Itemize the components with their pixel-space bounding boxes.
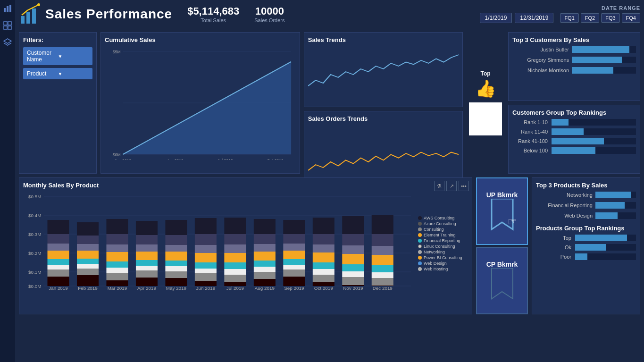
top3-customer-row-0: Justin Butler <box>512 46 636 53</box>
export-icon-btn[interactable]: ↗ <box>446 181 457 191</box>
svg-rect-113 <box>283 277 305 286</box>
svg-rect-125 <box>342 234 364 245</box>
svg-marker-7 <box>4 39 11 43</box>
legend-webdesign: Web Design <box>418 261 466 266</box>
svg-rect-112 <box>283 269 305 277</box>
top3-product-name-2: Web Design <box>536 213 593 219</box>
top-row: Filters: Customer Name ▼ Product ▼ Cumul… <box>19 32 640 174</box>
rank-bar-container-0 <box>552 119 636 126</box>
svg-rect-50 <box>77 275 99 286</box>
svg-rect-80 <box>195 234 217 245</box>
up-bkmrk-icon-area: ☞ <box>489 199 515 232</box>
svg-rect-130 <box>342 277 364 285</box>
rank-label-3: Below 100 <box>512 148 548 153</box>
svg-rect-52 <box>106 219 128 234</box>
svg-rect-110 <box>283 259 305 265</box>
svg-text:Jan 2019: Jan 2019 <box>115 158 132 160</box>
svg-rect-84 <box>195 269 217 273</box>
svg-rect-47 <box>77 259 99 264</box>
svg-rect-8 <box>21 16 25 24</box>
svg-rect-116 <box>313 234 335 244</box>
top3-customer-name-0: Justin Butler <box>512 47 569 52</box>
svg-rect-101 <box>254 261 276 267</box>
top3-bar-1 <box>572 57 622 63</box>
product-rank-bar-2 <box>575 253 587 260</box>
svg-rect-34 <box>48 220 69 234</box>
svg-rect-98 <box>254 234 276 244</box>
svg-rect-81 <box>195 245 217 253</box>
svg-rect-91 <box>224 253 246 262</box>
svg-text:Jul 2019: Jul 2019 <box>226 286 244 290</box>
svg-point-11 <box>37 3 40 6</box>
sidebar-icon-grid[interactable] <box>3 21 12 30</box>
svg-rect-109 <box>283 251 305 259</box>
svg-rect-120 <box>313 269 335 275</box>
svg-rect-49 <box>77 269 99 275</box>
svg-rect-89 <box>224 234 246 244</box>
legend-azure: Azure Consulting <box>418 221 466 226</box>
svg-rect-135 <box>372 246 393 255</box>
svg-rect-2 <box>9 5 11 12</box>
date-start[interactable]: 1/1/2019 <box>480 13 512 23</box>
svg-rect-76 <box>165 271 187 278</box>
fq2-button[interactable]: FQ2 <box>581 13 599 23</box>
top3-customers-title: Top 3 Customers By Sales <box>512 36 636 43</box>
rank-bar-container-1 <box>552 128 636 135</box>
legend-aws: AWS Consulting <box>418 216 466 220</box>
svg-rect-67 <box>136 270 158 278</box>
products-group-title: Products Group Top Rankings <box>536 225 636 232</box>
svg-rect-104 <box>254 279 276 286</box>
svg-rect-79 <box>195 218 217 234</box>
product-rank-bar-0 <box>575 235 627 241</box>
top3-bar-0 <box>572 46 629 53</box>
date-end[interactable]: 12/31/2019 <box>515 13 553 23</box>
rank-bar-container-2 <box>552 138 636 144</box>
more-icon-btn[interactable]: ••• <box>459 181 469 191</box>
svg-rect-37 <box>48 251 69 259</box>
cp-bkmrk-panel[interactable]: CP Bkmrk <box>476 247 528 314</box>
top3-product-row-2: Web Design <box>536 212 636 219</box>
fq1-button[interactable]: FQ1 <box>560 13 578 23</box>
product-filter[interactable]: Product ▼ <box>23 68 92 79</box>
svg-rect-66 <box>136 266 158 270</box>
fq3-button[interactable]: FQ3 <box>601 13 619 23</box>
filter-icon-btn[interactable]: ⚗ <box>434 181 444 191</box>
sidebar-icon-layers[interactable] <box>3 38 12 47</box>
sidebar <box>0 0 15 362</box>
svg-rect-102 <box>254 267 276 272</box>
svg-rect-71 <box>165 235 187 245</box>
svg-rect-53 <box>106 234 128 244</box>
up-bkmrk-panel[interactable]: UP Bkmrk ☞ <box>476 177 528 245</box>
fq4-button[interactable]: FQ4 <box>622 13 640 23</box>
top3-product-row-0: Networking <box>536 192 636 198</box>
svg-rect-77 <box>165 278 187 286</box>
legend-dot-financial <box>418 239 422 243</box>
top3-customer-row-2: Nicholas Morrison <box>512 67 636 74</box>
top3-bar-container-1 <box>572 57 636 63</box>
cp-bkmrk-icon <box>489 268 515 301</box>
legend-dot-consulting <box>418 227 422 231</box>
cumulative-sales-title: Cumulative Sales <box>105 36 296 43</box>
product-rank-label-2: Poor <box>536 254 571 260</box>
svg-rect-82 <box>195 253 217 262</box>
svg-rect-0 <box>4 8 6 12</box>
svg-rect-106 <box>283 220 305 234</box>
bottom-row: Monthly Sales By Product ⚗ ↗ ••• <box>19 177 640 314</box>
sidebar-icon-chart[interactable] <box>3 4 12 13</box>
svg-rect-124 <box>342 216 364 234</box>
date-range-label: DATE RANGE <box>602 5 640 11</box>
svg-rect-44 <box>77 236 99 244</box>
svg-rect-108 <box>283 244 305 251</box>
svg-rect-72 <box>165 245 187 252</box>
svg-rect-54 <box>106 244 128 252</box>
svg-text:Oct 2019: Oct 2019 <box>267 158 284 160</box>
sales-trends-title: Sales Trends <box>308 36 459 43</box>
main-content: Sales Performance $5,114,683 Total Sales… <box>15 0 644 362</box>
svg-rect-68 <box>136 278 158 286</box>
legend-dot-element <box>418 233 422 237</box>
monthly-sales-panel: Monthly Sales By Product ⚗ ↗ ••• <box>19 177 472 314</box>
product-rank-row-2: Poor <box>536 253 636 260</box>
customer-name-filter[interactable]: Customer Name ▼ <box>23 47 92 65</box>
products-group-section: Products Group Top Rankings Top Ok <box>536 225 636 260</box>
svg-rect-9 <box>26 12 30 24</box>
